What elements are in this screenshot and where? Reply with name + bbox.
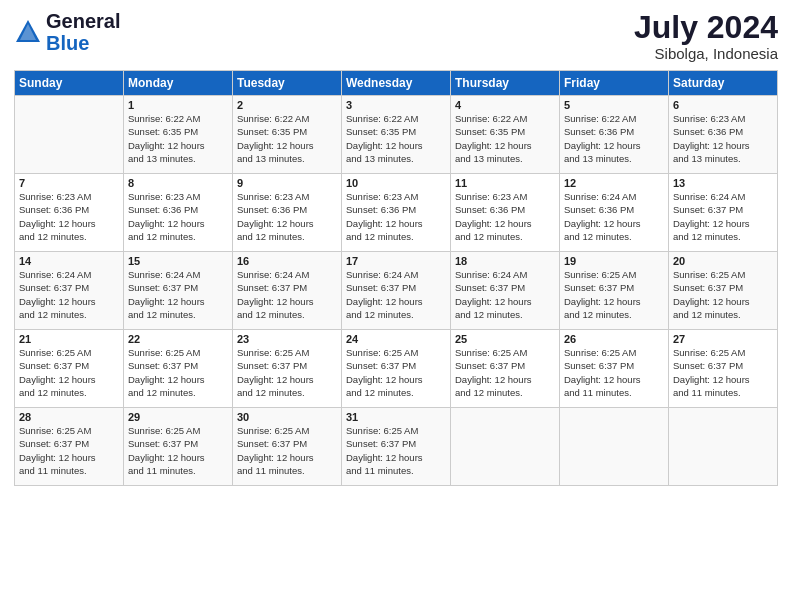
day-info: Sunrise: 6:23 AM Sunset: 6:36 PM Dayligh… xyxy=(237,190,337,243)
calendar-cell: 26Sunrise: 6:25 AM Sunset: 6:37 PM Dayli… xyxy=(560,330,669,408)
day-info: Sunrise: 6:25 AM Sunset: 6:37 PM Dayligh… xyxy=(346,346,446,399)
calendar-day-header: Sunday xyxy=(15,71,124,96)
day-number: 29 xyxy=(128,411,228,423)
day-info: Sunrise: 6:23 AM Sunset: 6:36 PM Dayligh… xyxy=(346,190,446,243)
calendar-cell: 28Sunrise: 6:25 AM Sunset: 6:37 PM Dayli… xyxy=(15,408,124,486)
calendar-cell: 11Sunrise: 6:23 AM Sunset: 6:36 PM Dayli… xyxy=(451,174,560,252)
day-info: Sunrise: 6:24 AM Sunset: 6:37 PM Dayligh… xyxy=(346,268,446,321)
calendar-cell: 22Sunrise: 6:25 AM Sunset: 6:37 PM Dayli… xyxy=(124,330,233,408)
calendar-day-header: Thursday xyxy=(451,71,560,96)
day-number: 16 xyxy=(237,255,337,267)
calendar-day-header: Saturday xyxy=(669,71,778,96)
day-info: Sunrise: 6:22 AM Sunset: 6:35 PM Dayligh… xyxy=(455,112,555,165)
day-info: Sunrise: 6:25 AM Sunset: 6:37 PM Dayligh… xyxy=(237,346,337,399)
day-number: 3 xyxy=(346,99,446,111)
day-number: 22 xyxy=(128,333,228,345)
day-number: 26 xyxy=(564,333,664,345)
calendar-cell xyxy=(451,408,560,486)
calendar-cell: 3Sunrise: 6:22 AM Sunset: 6:35 PM Daylig… xyxy=(342,96,451,174)
calendar-week-row: 28Sunrise: 6:25 AM Sunset: 6:37 PM Dayli… xyxy=(15,408,778,486)
calendar-day-header: Friday xyxy=(560,71,669,96)
location-subtitle: Sibolga, Indonesia xyxy=(634,45,778,62)
logo-icon xyxy=(14,18,42,46)
day-number: 7 xyxy=(19,177,119,189)
day-info: Sunrise: 6:25 AM Sunset: 6:37 PM Dayligh… xyxy=(237,424,337,477)
day-info: Sunrise: 6:24 AM Sunset: 6:36 PM Dayligh… xyxy=(564,190,664,243)
day-info: Sunrise: 6:22 AM Sunset: 6:35 PM Dayligh… xyxy=(346,112,446,165)
day-info: Sunrise: 6:22 AM Sunset: 6:35 PM Dayligh… xyxy=(128,112,228,165)
calendar-cell: 14Sunrise: 6:24 AM Sunset: 6:37 PM Dayli… xyxy=(15,252,124,330)
day-number: 9 xyxy=(237,177,337,189)
day-number: 23 xyxy=(237,333,337,345)
day-info: Sunrise: 6:22 AM Sunset: 6:36 PM Dayligh… xyxy=(564,112,664,165)
calendar-cell: 4Sunrise: 6:22 AM Sunset: 6:35 PM Daylig… xyxy=(451,96,560,174)
day-info: Sunrise: 6:25 AM Sunset: 6:37 PM Dayligh… xyxy=(673,346,773,399)
day-info: Sunrise: 6:24 AM Sunset: 6:37 PM Dayligh… xyxy=(128,268,228,321)
calendar-cell: 9Sunrise: 6:23 AM Sunset: 6:36 PM Daylig… xyxy=(233,174,342,252)
calendar-week-row: 1Sunrise: 6:22 AM Sunset: 6:35 PM Daylig… xyxy=(15,96,778,174)
page-header: General Blue July 2024 Sibolga, Indonesi… xyxy=(14,10,778,62)
day-info: Sunrise: 6:25 AM Sunset: 6:37 PM Dayligh… xyxy=(19,424,119,477)
logo: General Blue xyxy=(14,10,120,54)
calendar-cell: 24Sunrise: 6:25 AM Sunset: 6:37 PM Dayli… xyxy=(342,330,451,408)
logo-general: General xyxy=(46,10,120,32)
day-number: 10 xyxy=(346,177,446,189)
calendar-cell xyxy=(15,96,124,174)
calendar-day-header: Monday xyxy=(124,71,233,96)
day-number: 27 xyxy=(673,333,773,345)
page-container: General Blue July 2024 Sibolga, Indonesi… xyxy=(0,0,792,496)
day-info: Sunrise: 6:25 AM Sunset: 6:37 PM Dayligh… xyxy=(455,346,555,399)
calendar-cell: 16Sunrise: 6:24 AM Sunset: 6:37 PM Dayli… xyxy=(233,252,342,330)
calendar-cell: 20Sunrise: 6:25 AM Sunset: 6:37 PM Dayli… xyxy=(669,252,778,330)
day-number: 14 xyxy=(19,255,119,267)
day-number: 12 xyxy=(564,177,664,189)
calendar-cell: 7Sunrise: 6:23 AM Sunset: 6:36 PM Daylig… xyxy=(15,174,124,252)
day-info: Sunrise: 6:23 AM Sunset: 6:36 PM Dayligh… xyxy=(455,190,555,243)
calendar-day-header: Tuesday xyxy=(233,71,342,96)
day-info: Sunrise: 6:25 AM Sunset: 6:37 PM Dayligh… xyxy=(673,268,773,321)
calendar-cell: 13Sunrise: 6:24 AM Sunset: 6:37 PM Dayli… xyxy=(669,174,778,252)
day-number: 31 xyxy=(346,411,446,423)
calendar-cell: 10Sunrise: 6:23 AM Sunset: 6:36 PM Dayli… xyxy=(342,174,451,252)
day-info: Sunrise: 6:23 AM Sunset: 6:36 PM Dayligh… xyxy=(128,190,228,243)
day-number: 30 xyxy=(237,411,337,423)
day-info: Sunrise: 6:23 AM Sunset: 6:36 PM Dayligh… xyxy=(673,112,773,165)
day-info: Sunrise: 6:25 AM Sunset: 6:37 PM Dayligh… xyxy=(346,424,446,477)
logo-text: General Blue xyxy=(46,10,120,54)
day-number: 15 xyxy=(128,255,228,267)
day-info: Sunrise: 6:25 AM Sunset: 6:37 PM Dayligh… xyxy=(19,346,119,399)
day-info: Sunrise: 6:24 AM Sunset: 6:37 PM Dayligh… xyxy=(673,190,773,243)
day-number: 4 xyxy=(455,99,555,111)
day-number: 2 xyxy=(237,99,337,111)
day-number: 6 xyxy=(673,99,773,111)
calendar-table: SundayMondayTuesdayWednesdayThursdayFrid… xyxy=(14,70,778,486)
calendar-cell: 15Sunrise: 6:24 AM Sunset: 6:37 PM Dayli… xyxy=(124,252,233,330)
calendar-cell xyxy=(669,408,778,486)
day-number: 13 xyxy=(673,177,773,189)
calendar-cell: 31Sunrise: 6:25 AM Sunset: 6:37 PM Dayli… xyxy=(342,408,451,486)
calendar-cell: 12Sunrise: 6:24 AM Sunset: 6:36 PM Dayli… xyxy=(560,174,669,252)
calendar-week-row: 14Sunrise: 6:24 AM Sunset: 6:37 PM Dayli… xyxy=(15,252,778,330)
day-info: Sunrise: 6:22 AM Sunset: 6:35 PM Dayligh… xyxy=(237,112,337,165)
month-title: July 2024 xyxy=(634,10,778,45)
calendar-week-row: 7Sunrise: 6:23 AM Sunset: 6:36 PM Daylig… xyxy=(15,174,778,252)
day-info: Sunrise: 6:25 AM Sunset: 6:37 PM Dayligh… xyxy=(564,346,664,399)
day-number: 21 xyxy=(19,333,119,345)
calendar-week-row: 21Sunrise: 6:25 AM Sunset: 6:37 PM Dayli… xyxy=(15,330,778,408)
day-info: Sunrise: 6:25 AM Sunset: 6:37 PM Dayligh… xyxy=(128,424,228,477)
day-number: 1 xyxy=(128,99,228,111)
day-info: Sunrise: 6:25 AM Sunset: 6:37 PM Dayligh… xyxy=(564,268,664,321)
day-info: Sunrise: 6:24 AM Sunset: 6:37 PM Dayligh… xyxy=(19,268,119,321)
day-info: Sunrise: 6:24 AM Sunset: 6:37 PM Dayligh… xyxy=(237,268,337,321)
day-number: 8 xyxy=(128,177,228,189)
day-number: 5 xyxy=(564,99,664,111)
day-number: 25 xyxy=(455,333,555,345)
logo-blue: Blue xyxy=(46,32,89,54)
calendar-cell: 29Sunrise: 6:25 AM Sunset: 6:37 PM Dayli… xyxy=(124,408,233,486)
title-block: July 2024 Sibolga, Indonesia xyxy=(634,10,778,62)
day-info: Sunrise: 6:24 AM Sunset: 6:37 PM Dayligh… xyxy=(455,268,555,321)
calendar-cell: 30Sunrise: 6:25 AM Sunset: 6:37 PM Dayli… xyxy=(233,408,342,486)
calendar-cell: 23Sunrise: 6:25 AM Sunset: 6:37 PM Dayli… xyxy=(233,330,342,408)
day-number: 28 xyxy=(19,411,119,423)
calendar-cell xyxy=(560,408,669,486)
